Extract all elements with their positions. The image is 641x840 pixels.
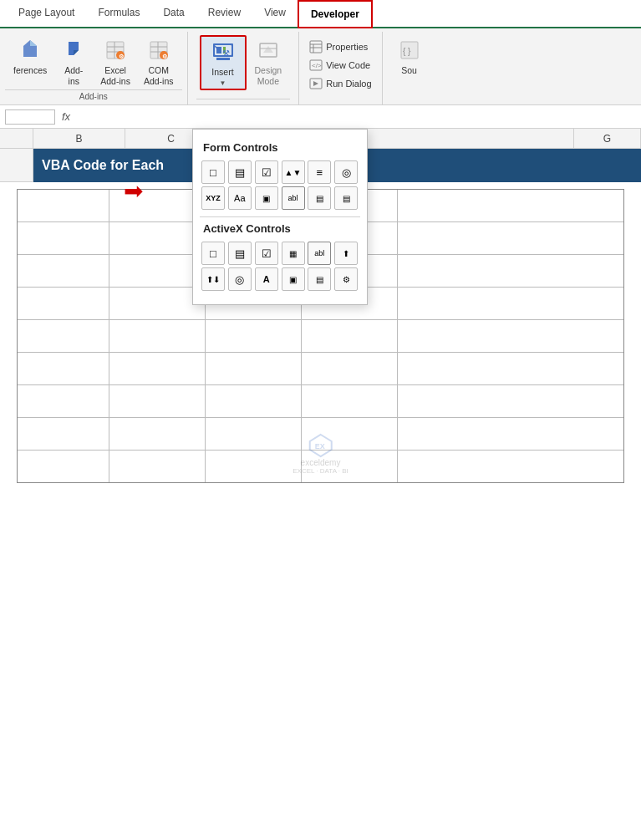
btn-design-mode[interactable]: DesignMode — [250, 35, 287, 88]
btn-com-addins[interactable]: ⚙ COMAdd-ins — [139, 35, 179, 88]
grid-cell[interactable] — [398, 190, 623, 221]
grid-cell[interactable] — [18, 353, 109, 384]
grid-cell[interactable] — [18, 222, 109, 254]
grid-cell[interactable] — [109, 255, 206, 287]
tab-developer[interactable]: Developer — [298, 0, 373, 28]
grid-cell[interactable] — [18, 190, 109, 221]
tab-data[interactable]: Data — [151, 0, 196, 27]
ax-checkbox[interactable]: ☑ — [255, 242, 278, 265]
cell-ref-input[interactable] — [5, 109, 55, 125]
properties-icon — [309, 40, 323, 53]
ax-radio[interactable]: ◎ — [228, 267, 252, 291]
ax-button[interactable]: □ — [201, 242, 225, 265]
grid-cell[interactable] — [302, 320, 398, 352]
grid-cell[interactable] — [206, 353, 302, 384]
grid-cell[interactable] — [398, 320, 623, 352]
watermark-text2: EXCEL · DATA · BI — [293, 467, 348, 475]
ax-scrollbar[interactable]: ⬆ — [334, 242, 358, 265]
ctrl-button[interactable]: □ — [201, 160, 225, 184]
grid-cell[interactable] — [109, 222, 206, 254]
grid-cell[interactable] — [206, 385, 302, 417]
tab-page-layout[interactable]: Page Layout — [7, 0, 86, 27]
excel-addins-label: ExcelAdd-ins — [100, 65, 130, 86]
tab-view[interactable]: View — [252, 0, 298, 27]
grid-cell[interactable] — [302, 353, 398, 384]
activex-controls-grid[interactable]: □ ▤ ☑ ▦ abl ⬆ ⬆⬇ ◎ A ▣ ▤ ⚙ — [193, 238, 367, 298]
grid-cell[interactable] — [18, 451, 109, 482]
grid-cell[interactable] — [398, 451, 623, 482]
ctrl-combo[interactable]: ▤ — [228, 160, 252, 184]
grid-cell[interactable] — [109, 320, 206, 352]
tab-review[interactable]: Review — [196, 0, 252, 27]
excel-addins-icon: ⚙ — [102, 37, 129, 64]
col-header-g[interactable]: G — [574, 129, 641, 148]
code-buttons: Properties </> View Code — [306, 35, 374, 92]
btn-view-code[interactable]: </> View Code — [306, 57, 374, 74]
ax-image[interactable]: ▣ — [282, 267, 305, 291]
grid-row — [18, 353, 623, 385]
row-num-header — [0, 129, 33, 148]
grid-row — [18, 385, 623, 418]
dropdown-menu: Form Controls □ ▤ ☑ ▲▼ ≡ ◎ XYZ Aa ▣ abl … — [192, 129, 368, 305]
ctrl-spinner[interactable]: ▲▼ — [282, 160, 305, 184]
svg-text:EX: EX — [314, 442, 324, 451]
btn-source[interactable]: { } Sou — [391, 35, 428, 78]
grid-row — [18, 320, 623, 353]
ctrl-grid[interactable]: ▤ — [334, 186, 358, 210]
ax-label-a[interactable]: A — [255, 267, 278, 291]
grid-cell[interactable] — [109, 451, 206, 482]
ctrl-textbox[interactable]: abl — [282, 186, 305, 210]
grid-cell[interactable] — [109, 288, 206, 319]
grid-cell[interactable] — [206, 320, 302, 352]
grid-cell[interactable] — [18, 288, 109, 319]
btn-references[interactable]: ferences — [8, 35, 52, 78]
svg-text:</>: </> — [312, 62, 322, 69]
grid-cell[interactable] — [206, 451, 302, 482]
ax-spinner[interactable]: ⬆⬇ — [201, 267, 225, 291]
ax-textbox[interactable]: abl — [308, 242, 331, 265]
ax-listbox[interactable]: ▤ — [308, 267, 331, 291]
grid-cell[interactable] — [398, 385, 623, 417]
btn-insert[interactable]: ⚒ Insert ▼ — [200, 35, 247, 90]
ctrl-label[interactable]: XYZ — [201, 186, 225, 210]
btn-addins[interactable]: Add-ins — [55, 35, 92, 88]
ctrl-checkbox[interactable]: ☑ — [255, 160, 278, 184]
btn-run-dialog[interactable]: Run Dialog — [306, 75, 374, 92]
ax-combo[interactable]: ▤ — [228, 242, 252, 265]
ribbon-content: ferences Add-ins — [0, 28, 641, 104]
formula-input[interactable] — [77, 111, 636, 123]
ax-frame[interactable]: ▦ — [282, 242, 305, 265]
col-header-b[interactable]: B — [33, 129, 125, 148]
svg-text:⚙: ⚙ — [161, 53, 166, 59]
ctrl-listbox[interactable]: ≡ — [308, 160, 331, 184]
ctrl-text-aa[interactable]: Aa — [228, 186, 252, 210]
grid-cell[interactable] — [398, 353, 623, 384]
grid-cell[interactable] — [18, 320, 109, 352]
svg-rect-20 — [216, 58, 230, 60]
grid-cell[interactable] — [302, 385, 398, 417]
insert-icon: ⚒ — [210, 38, 237, 65]
grid-cell[interactable] — [109, 385, 206, 417]
com-addins-label: COMAdd-ins — [144, 65, 174, 86]
controls-group-label — [196, 99, 291, 104]
grid-cell[interactable] — [18, 255, 109, 287]
grid-cell[interactable] — [398, 418, 623, 450]
btn-excel-addins[interactable]: ⚙ ExcelAdd-ins — [95, 35, 135, 88]
grid-cell[interactable] — [18, 385, 109, 417]
ctrl-scrollbar[interactable]: ▤ — [308, 186, 331, 210]
grid-cell[interactable] — [398, 255, 623, 287]
grid-cell[interactable] — [206, 418, 302, 450]
ax-more[interactable]: ⚙ — [334, 267, 358, 291]
ctrl-image[interactable]: ▣ — [255, 186, 278, 210]
grid-cell[interactable] — [18, 418, 109, 450]
grid-cell[interactable] — [398, 222, 623, 254]
ctrl-radio[interactable]: ◎ — [334, 160, 358, 184]
btn-properties[interactable]: Properties — [306, 38, 374, 55]
grid-cell[interactable] — [398, 288, 623, 319]
grid-cell[interactable] — [109, 418, 206, 450]
tab-formulas[interactable]: Formulas — [86, 0, 151, 27]
svg-rect-25 — [310, 41, 322, 53]
grid-cell[interactable] — [109, 353, 206, 384]
group-source: { } Sou — [383, 32, 436, 104]
form-controls-grid[interactable]: □ ▤ ☑ ▲▼ ≡ ◎ XYZ Aa ▣ abl ▤ ▤ — [193, 157, 367, 216]
